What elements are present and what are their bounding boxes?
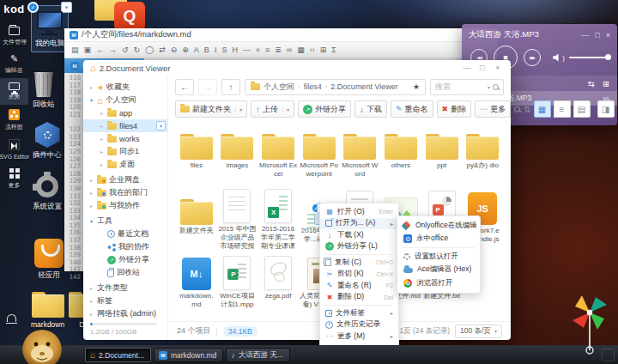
editor-toolbar-icon-9[interactable]: ⊕ — [182, 46, 189, 54]
rail-item-desktop[interactable]: 桌面 — [0, 78, 28, 105]
editor-toolbar-icon-14[interactable]: H — [232, 46, 238, 54]
volume-slider[interactable] — [569, 57, 609, 58]
window-maximize-icon[interactable]: □ — [476, 64, 488, 72]
tree-item-我在的部门[interactable]: ▸我在的部门 — [83, 186, 167, 199]
editor-toolbar-icon-12[interactable]: I — [215, 46, 217, 54]
breadcrumb-item[interactable]: 个人空间 — [264, 82, 294, 93]
search-box[interactable]: 搜索 ▾ — [430, 79, 504, 95]
context-menu-item-更多 (M)[interactable]: ⋯更多 (M)▸ — [320, 331, 398, 343]
tree-item-工具[interactable]: ▾工具 — [83, 215, 167, 228]
desktop-icon-my-computer[interactable]: ✓▾我的电脑 — [31, 5, 69, 52]
breadcrumb-item[interactable]: files4 — [304, 82, 322, 91]
zoom-icon[interactable] — [514, 106, 520, 112]
editor-toolbar-icon-21[interactable]: ‹› — [310, 46, 315, 54]
tree-item-文件类型[interactable]: ▸文件类型 — [83, 282, 167, 294]
tree-chevron-icon[interactable]: ▾ — [88, 218, 94, 224]
editor-toolbar-icon-8[interactable]: ⊖ — [171, 46, 178, 54]
editor-toolbar-icon-4[interactable]: ↺ — [122, 46, 129, 54]
dropdown-caret-icon[interactable]: ▾ — [61, 2, 72, 13]
loop-icon[interactable]: ⇆ — [588, 79, 595, 88]
tree-chevron-icon[interactable]: ▸ — [99, 161, 105, 167]
editor-toolbar-icon-6[interactable]: ◯ — [145, 46, 154, 54]
desktop-icon-system-settings[interactable]: 系统设置 — [33, 172, 62, 212]
tree-item-企业网盘[interactable]: ▸企业网盘 — [83, 173, 167, 186]
tree-item-收藏夹[interactable]: ▸★收藏夹 — [83, 81, 167, 94]
file-item-files[interactable]: files — [177, 124, 216, 185]
dropdown-caret-icon[interactable]: ▾ — [235, 106, 242, 112]
editor-toolbar-icon-0[interactable]: ▤ — [71, 46, 79, 54]
tree-chevron-icon[interactable]: ▸ — [88, 298, 94, 304]
tree-item-标签[interactable]: ▸标签 — [83, 294, 167, 307]
search-scope-caret-icon[interactable]: ▾ — [488, 84, 490, 90]
context-menu-item-剪切 (K)[interactable]: ✂剪切 (K)Ctrl+X — [320, 269, 398, 281]
search-icon[interactable] — [493, 84, 499, 90]
tree-chevron-icon[interactable]: ▸ — [88, 84, 94, 90]
view-list-button[interactable]: ≡ — [554, 100, 571, 118]
file-manager-titlebar[interactable]: ⌂ 2.Document Viewer — □ × — [83, 60, 511, 76]
tree-chevron-icon[interactable]: ▸ — [99, 123, 105, 129]
more-button[interactable]: ⋯更多 — [475, 100, 511, 118]
context-menu-item-文件历史记录[interactable]: 文件历史记录 — [320, 319, 398, 331]
submenu-item-Ace编辑器 (Hex)[interactable]: Ace编辑器 (Hex) — [397, 264, 480, 277]
share-button[interactable]: ↗外链分享 — [298, 100, 351, 118]
submenu-item-永中office[interactable]: 永中office — [397, 233, 480, 246]
editor-toolbar-icon-19[interactable]: ∞ — [287, 46, 292, 54]
file-item-2015-2016学年第二学期专业课课程表(...[interactable]: 2015-2016学年第二学期专业课课程表(... — [258, 189, 298, 251]
tree-item-桌面[interactable]: ▸桌面 — [83, 158, 167, 171]
file-item-images[interactable]: images — [218, 124, 258, 185]
player-minimize-icon[interactable]: — — [581, 31, 589, 39]
tree-item-外链分享[interactable]: ↗外链分享 — [83, 253, 167, 266]
tree-item-同步1[interactable]: ▸同步1 — [83, 145, 167, 158]
rail-item-flowchart[interactable]: 流程图 — [0, 105, 28, 135]
tree-item-files4[interactable]: ▸files4▾ — [83, 119, 167, 132]
desktop-icon-markdown-folder[interactable]: markdown — [31, 292, 64, 329]
file-item-2015 年中国企业级产品市场研究报告as...[interactable]: 2015 年中国企业级产品市场研究报告as... — [218, 189, 258, 251]
window-minimize-icon[interactable]: — — [461, 64, 473, 72]
taskbar-button-markdown.md[interactable]: Mmarkdown.md — [154, 348, 223, 362]
favorite-star-icon[interactable]: ★ — [413, 82, 420, 91]
view-detail-button[interactable]: ▤ — [573, 100, 591, 118]
context-menu-item-打开为... (A)[interactable]: 打开为... (A)▸ — [320, 218, 398, 230]
editor-toolbar-icon-7[interactable]: ⇄ — [159, 46, 166, 54]
desktop-icon-recycle-bin[interactable]: 回收站 — [33, 72, 55, 110]
breadcrumb-item[interactable]: 2.Document Viewer — [330, 82, 397, 91]
file-item-新建文件夹[interactable]: 新建文件夹 — [177, 189, 216, 251]
tree-chevron-icon[interactable]: ▸ — [99, 149, 105, 155]
file-item-Microsoft Word[interactable]: Microsoft Word — [341, 124, 380, 185]
file-item-Microsoft Powerpoint[interactable]: Microsoft Powerpoint — [300, 124, 339, 185]
tree-chevron-icon[interactable]: ▸ — [88, 285, 94, 291]
rename-button[interactable]: ✎重命名 — [391, 100, 433, 118]
player-fullscreen-icon[interactable]: □ — [595, 31, 599, 39]
side-panel-toggle-button[interactable]: ◨ — [597, 100, 615, 118]
context-menu-item-文件标签[interactable]: 文件标签▸ — [320, 307, 398, 319]
tree-chevron-icon[interactable]: ▸ — [99, 136, 105, 142]
pinwheel-widget[interactable] — [568, 294, 613, 355]
tree-chevron-icon[interactable]: ▸ — [88, 311, 94, 317]
back-button[interactable]: ← — [175, 79, 194, 95]
editor-toolbar-icon-20[interactable]: ▦ — [297, 46, 305, 54]
submenu-item-设置默认打开[interactable]: 设置默认打开 — [397, 250, 480, 264]
editor-toolbar-icon-15[interactable]: — — [243, 46, 251, 54]
tree-item-dropdown-icon[interactable]: ▾ — [156, 121, 166, 130]
user-avatar[interactable] — [22, 330, 62, 364]
file-item-ppt[interactable]: ppt — [422, 124, 462, 185]
tree-chevron-icon[interactable]: ▸ — [88, 203, 94, 209]
editor-toolbar-icon-2[interactable]: ← — [96, 46, 104, 54]
editor-toolbar-icon-1[interactable]: ▣ — [84, 46, 92, 54]
desktop-icon-q-app[interactable]: Q — [114, 2, 145, 31]
tree-chevron-icon[interactable]: ▸ — [88, 177, 94, 183]
file-item-Microsoft Excel[interactable]: Microsoft Excel — [258, 124, 298, 185]
desktop-icon-plugin-center[interactable]: 插件中心 — [33, 122, 62, 161]
sort-icon[interactable]: ⇅ — [524, 105, 530, 114]
context-menu-item-外链分享 (L)[interactable]: ↗外链分享 (L) — [320, 241, 398, 253]
forward-button[interactable]: → — [198, 79, 217, 95]
view-grid-button[interactable]: ▦ — [534, 100, 551, 118]
taskbar-button-2.Document...[interactable]: ⌂2.Document... — [85, 348, 151, 362]
editor-toolbar-icon-18[interactable]: ≣ — [275, 46, 282, 54]
context-menu-item-复制 (C)[interactable]: 复制 (C)Ctrl+C — [320, 257, 398, 269]
tree-item-app[interactable]: ▸app — [83, 106, 167, 119]
file-item-zega.pdf[interactable]: zega.pdf — [258, 254, 298, 316]
desktop-icon-light-app[interactable]: 轻应用 — [34, 239, 64, 281]
tree-item-网络挂载 (admin)[interactable]: ▸网络挂载 (admin) — [83, 307, 167, 320]
add-to-playlist-icon[interactable]: ⊞ — [603, 79, 609, 88]
